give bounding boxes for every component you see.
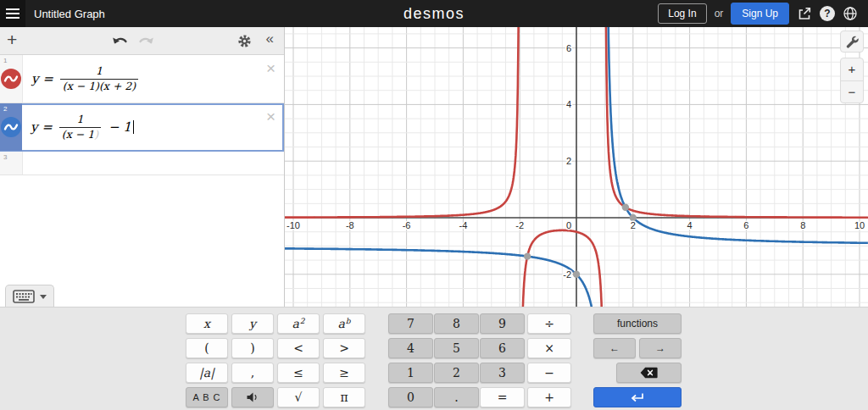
red-curve-icon[interactable] (0, 55, 22, 102)
expression-row-2[interactable]: 2 y = 1 (x − 1) − 1 × (0, 103, 284, 152)
signup-button[interactable]: Sign Up (731, 3, 789, 25)
equation-lhs: y = (31, 71, 53, 86)
add-expression-button[interactable]: + (7, 30, 17, 50)
key-greater-equal[interactable]: ≥ (323, 363, 365, 383)
gear-icon[interactable] (237, 34, 252, 52)
key-pi[interactable]: π (323, 387, 365, 407)
key-y[interactable]: y (231, 313, 274, 334)
key-subtract[interactable]: − (527, 363, 571, 383)
collapse-panel-icon[interactable]: « (266, 30, 274, 47)
fraction-numerator: 1 (60, 64, 138, 79)
enter-icon (629, 392, 646, 403)
globe-icon[interactable] (843, 6, 858, 21)
key-arrow-right[interactable]: → (639, 338, 682, 358)
key-comma[interactable]: , (231, 363, 274, 383)
key-backspace[interactable] (616, 363, 682, 383)
ghost-paren: ) (94, 128, 98, 141)
key-3[interactable]: 3 (480, 363, 525, 383)
key-abc[interactable]: A B C (186, 387, 228, 407)
graph-settings-button[interactable] (840, 30, 864, 53)
key-a-squared[interactable]: a2 (277, 313, 320, 334)
fraction: 1 (x − 1)(x + 2) (60, 64, 138, 93)
key-abs-value[interactable]: |a| (186, 363, 228, 383)
key-sqrt[interactable]: √ (277, 387, 320, 407)
key-add[interactable]: + (527, 387, 571, 407)
key-less-than[interactable]: < (277, 338, 320, 358)
key-a-power-b[interactable]: ab (323, 313, 365, 334)
key-8[interactable]: 8 (434, 313, 479, 334)
expression-row-3[interactable]: 3 (0, 152, 284, 175)
equation-1[interactable]: y = 1 (x − 1)(x + 2) (31, 55, 140, 102)
key-4[interactable]: 4 (388, 338, 433, 358)
text-cursor (133, 120, 135, 134)
graph-point[interactable] (622, 204, 629, 211)
key-2[interactable]: 2 (434, 363, 479, 383)
fraction-denominator: (x − 1) (59, 128, 101, 141)
key-less-equal[interactable]: ≤ (277, 363, 320, 383)
expression-gutter-1[interactable]: 1 (0, 55, 23, 102)
key-6[interactable]: 6 (480, 338, 525, 358)
key-1[interactable]: 1 (388, 363, 433, 383)
equation-2[interactable]: y = 1 (x − 1) − 1 (31, 103, 134, 151)
help-icon[interactable]: ? (820, 6, 835, 21)
fraction: 1 (x − 1) (59, 113, 101, 141)
graph-point[interactable] (524, 252, 531, 259)
axis-label: 10 (854, 220, 865, 230)
zoom-out-button[interactable]: − (841, 81, 863, 103)
key-x[interactable]: x (186, 313, 228, 334)
axis-label: 8 (800, 220, 805, 230)
key-open-paren[interactable]: ( (186, 338, 228, 358)
graph-title[interactable]: Untitled Graph (34, 8, 105, 20)
axis-label: 4 (687, 220, 693, 230)
key-arrow-left[interactable]: ← (593, 338, 636, 358)
key-equals[interactable]: = (480, 387, 525, 407)
key-speaker[interactable] (231, 387, 274, 407)
blue-curve-icon[interactable] (0, 103, 22, 151)
hamburger-menu-button[interactable] (0, 0, 25, 27)
fraction-denominator: (x − 1)(x + 2) (60, 80, 138, 93)
axis-label: 6 (743, 220, 748, 230)
equation-lhs: y = (31, 119, 53, 135)
key-multiply[interactable]: × (527, 338, 571, 358)
key-0[interactable]: 0 (388, 387, 433, 407)
key-divide[interactable]: ÷ (527, 313, 571, 334)
delete-expression-button[interactable]: × (266, 60, 275, 76)
axis-label: 6 (566, 43, 571, 53)
zoom-controls: + − (840, 58, 864, 103)
share-icon[interactable] (797, 6, 812, 21)
backspace-icon (640, 367, 658, 379)
key-7[interactable]: 7 (388, 313, 433, 334)
zoom-in-button[interactable]: + (841, 58, 863, 81)
graph-paper[interactable]: -10-8-6-4-20246810-2246 + − (285, 27, 868, 307)
undo-icon[interactable] (112, 35, 129, 50)
delete-expression-button[interactable]: × (266, 108, 275, 125)
graph-point[interactable] (573, 271, 580, 278)
axis-label: -2 (515, 220, 524, 230)
expression-toolbar: + « (0, 27, 284, 55)
keyboard-toggle[interactable] (5, 285, 54, 307)
key-greater-than[interactable]: > (323, 338, 365, 358)
expression-index: 3 (3, 153, 7, 161)
wrench-icon (845, 35, 859, 48)
expression-panel: + « 1 (0, 27, 285, 307)
redo-icon (137, 35, 154, 50)
chevron-down-icon (40, 295, 47, 302)
key-decimal[interactable]: . (434, 387, 479, 407)
expression-gutter-2[interactable]: 2 (0, 103, 22, 151)
key-9[interactable]: 9 (480, 313, 525, 334)
expression-gutter-3[interactable]: 3 (0, 152, 23, 175)
top-bar: Untitled Graph desmos Log In or Sign Up … (0, 0, 868, 27)
axis-label: -10 (287, 220, 300, 230)
graph-svg[interactable]: -10-8-6-4-20246810-2246 (285, 27, 868, 307)
key-functions[interactable]: functions (593, 313, 682, 334)
login-button[interactable]: Log In (658, 3, 706, 24)
key-5[interactable]: 5 (434, 338, 479, 358)
topbar-actions: Log In or Sign Up ? (658, 3, 868, 25)
expression-row-1[interactable]: 1 y = 1 (x − 1)(x + 2) × (0, 55, 284, 103)
speaker-icon (246, 391, 259, 403)
axis-label: 2 (566, 156, 571, 166)
key-close-paren[interactable]: ) (231, 338, 274, 358)
axis-label: 0 (566, 220, 571, 230)
axis-label: -4 (459, 220, 468, 230)
key-enter[interactable] (593, 387, 682, 407)
